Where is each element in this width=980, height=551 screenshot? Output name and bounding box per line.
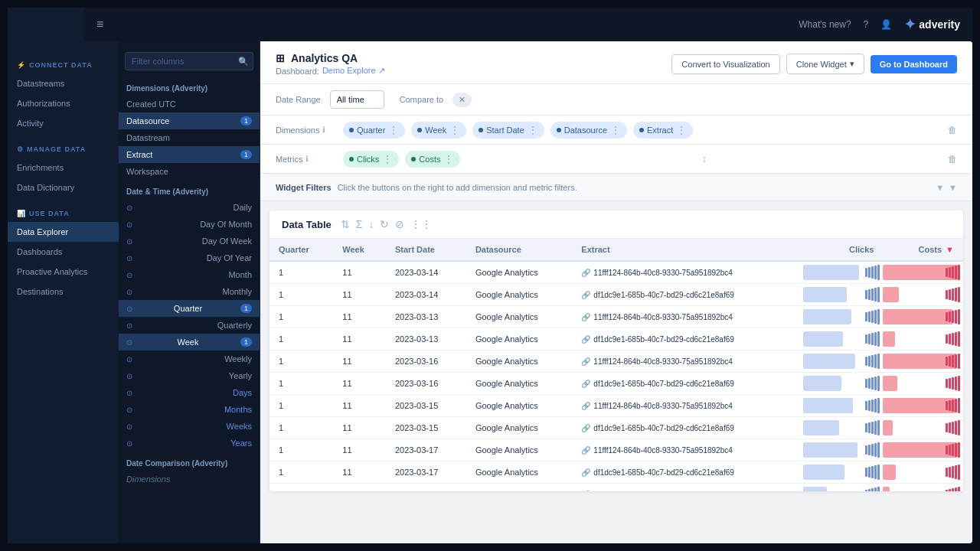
clone-btn[interactable]: Clone Widget ▾ (786, 54, 864, 74)
date-range-select[interactable]: All time (330, 90, 384, 109)
chip-more-icon[interactable]: ⋮ (443, 153, 454, 165)
dim-days[interactable]: ⊙Days (119, 384, 260, 401)
chip-more-icon[interactable]: ⋮ (610, 124, 621, 136)
chip-quarter[interactable]: Quarter ⋮ (343, 122, 405, 139)
col-extract[interactable]: Extract (572, 239, 803, 261)
table-row[interactable]: 1 11 2023-03-15 Google Analytics 🔗 df1dc… (270, 417, 963, 439)
dim-created-utc[interactable]: Created UTC (119, 96, 260, 112)
dim-quarter[interactable]: ⊙Quarter1 (119, 300, 260, 317)
sidebar-item-data-explorer[interactable]: Data Explorer (8, 222, 119, 242)
dashboard-link[interactable]: Demo Explore ↗ (322, 66, 385, 76)
dim-datasource[interactable]: Datasource1 (119, 112, 260, 129)
dim-day-of-week[interactable]: ⊙Day Of Week (119, 233, 260, 249)
chip-clicks[interactable]: Clicks ⋮ (343, 151, 399, 168)
sidebar-item-enrichments[interactable]: Enrichments (8, 158, 119, 178)
table-export-icon[interactable]: ↓ (368, 218, 374, 230)
metrics-sort-icon[interactable]: ↕ (702, 154, 707, 165)
cell-week: 11 (333, 439, 386, 461)
chip-datasource[interactable]: Datasource ⋮ (550, 122, 627, 139)
bar-segment (865, 312, 867, 321)
cell-datasource: Google Analytics (466, 439, 572, 461)
filters-row: Widget Filters Click the buttons on the … (260, 174, 972, 201)
bar-segment (958, 331, 960, 347)
col-start-date[interactable]: Start Date (386, 239, 466, 261)
chip-start-date[interactable]: Start Date ⋮ (472, 122, 544, 139)
help-icon[interactable]: ? (864, 19, 869, 30)
table-row[interactable]: 1 11 2023-03-17 Google Analytics 🔗 11fff… (270, 439, 963, 461)
chip-more-icon[interactable]: ⋮ (676, 124, 687, 136)
dim-yearly[interactable]: ⊙Yearly (119, 367, 260, 384)
dim-weekly[interactable]: ⊙Weekly (119, 350, 260, 367)
table-row[interactable]: 1 11 2023-03-16 Google Analytics 🔗 11fff… (270, 350, 963, 373)
table-row[interactable]: 1 11 2023-03-15 Google Analytics 🔗 11fff… (270, 395, 963, 417)
table-row[interactable]: 1 13 2023-03-28 Google Analytics 🔗 62944… (270, 484, 963, 492)
convert-btn[interactable]: Convert to Visualization (671, 54, 779, 74)
dim-day-of-month[interactable]: ⊙Day Of Month (119, 216, 260, 233)
bar-segment (952, 466, 954, 478)
sidebar-item-datastreams[interactable]: Datastreams (8, 73, 119, 93)
bar-segment (955, 487, 957, 491)
sidebar-item-data-dictionary[interactable]: Data Dictionary (8, 178, 119, 197)
chip-costs[interactable]: Costs ⋮ (405, 151, 460, 168)
table-row[interactable]: 1 11 2023-03-14 Google Analytics 🔗 11fff… (270, 261, 963, 284)
extract-link-icon: 🔗 (581, 446, 590, 455)
whats-new-link[interactable]: What's new? (799, 19, 851, 30)
bar-segment (946, 334, 948, 344)
sidebar-item-destinations[interactable]: Destinations (8, 282, 119, 302)
dim-months[interactable]: ⊙Months (119, 401, 260, 418)
sidebar-item-proactive-analytics[interactable]: Proactive Analytics (8, 262, 119, 282)
left-nav: ⚡ CONNECT DATA Datastreams Authorization… (8, 8, 119, 543)
sidebar-item-authorizations[interactable]: Authorizations (8, 93, 119, 113)
chip-more-icon[interactable]: ⋮ (382, 153, 393, 165)
bar-segment (877, 487, 880, 491)
sidebar-item-dashboards[interactable]: Dashboards (8, 242, 119, 262)
metrics-info-icon[interactable]: ℹ (305, 155, 309, 163)
chip-extract[interactable]: Extract ⋮ (633, 122, 693, 139)
table-settings-icon[interactable]: ⋮⋮ (410, 218, 432, 230)
table-row[interactable]: 1 11 2023-03-17 Google Analytics 🔗 df1dc… (270, 461, 963, 484)
table-sort-icon[interactable]: ⇅ (341, 218, 350, 230)
search-input[interactable] (125, 52, 253, 70)
dim-month[interactable]: ⊙Month (119, 266, 260, 283)
table-row[interactable]: 1 11 2023-03-14 Google Analytics 🔗 df1dc… (270, 284, 963, 306)
col-costs[interactable]: Costs ▼ (883, 239, 963, 261)
dim-day-of-year[interactable]: ⊙Day Of Year (119, 249, 260, 266)
col-quarter[interactable]: Quarter (270, 239, 333, 261)
col-week[interactable]: Week (333, 239, 386, 261)
dim-datastream[interactable]: Datastream (119, 129, 260, 146)
col-clicks[interactable]: Clicks (803, 239, 884, 261)
dim-extract[interactable]: Extract1 (119, 146, 260, 163)
metrics-delete-icon[interactable]: 🗑 (948, 154, 957, 165)
dim-years[interactable]: ⊙Years (119, 435, 260, 452)
dim-week[interactable]: ⊙Week1 (119, 334, 260, 350)
dimensions-info-icon[interactable]: ℹ (322, 126, 325, 134)
dim-daily[interactable]: ⊙Daily (119, 199, 260, 216)
col-datasource[interactable]: Datasource (466, 239, 572, 261)
cell-extract: 🔗 11fff124-864b-40c8-9330-75a951892bc4 (572, 439, 803, 461)
compare-toggle[interactable]: ✕ (452, 93, 472, 107)
dim-weeks[interactable]: ⊙Weeks (119, 418, 260, 435)
table-row[interactable]: 1 11 2023-03-13 Google Analytics 🔗 11fff… (270, 306, 963, 328)
filter-metric-icon[interactable]: ▼ (949, 183, 957, 192)
chip-week[interactable]: Week ⋮ (411, 122, 466, 139)
table-sum-icon[interactable]: Σ (356, 218, 363, 230)
user-icon[interactable]: 👤 (880, 19, 892, 30)
chip-more-icon[interactable]: ⋮ (449, 124, 460, 136)
table-row[interactable]: 1 11 2023-03-16 Google Analytics 🔗 df1dc… (270, 373, 963, 395)
table-filter-icon[interactable]: ⊘ (395, 218, 404, 230)
compare-toggle-x[interactable]: ✕ (459, 95, 466, 105)
dimensions-delete-icon[interactable]: 🗑 (948, 125, 957, 135)
dim-quarterly[interactable]: ⊙Quarterly (119, 317, 260, 334)
table-refresh-icon[interactable]: ↻ (380, 218, 389, 230)
dim-workspace[interactable]: Workspace (119, 163, 260, 180)
dim-monthly[interactable]: ⊙Monthly (119, 283, 260, 300)
filter-dim-icon[interactable]: ▼ (936, 183, 944, 192)
cell-week: 11 (333, 284, 386, 306)
hamburger-icon[interactable]: ≡ (96, 18, 103, 31)
column-search[interactable]: 🔍 (125, 52, 253, 70)
sidebar-item-activity[interactable]: Activity (8, 113, 119, 133)
chip-more-icon[interactable]: ⋮ (528, 124, 538, 136)
table-row[interactable]: 1 11 2023-03-13 Google Analytics 🔗 df1dc… (270, 328, 963, 350)
chip-more-icon[interactable]: ⋮ (388, 124, 399, 136)
goto-dashboard-btn[interactable]: Go to Dashboard (871, 55, 957, 73)
